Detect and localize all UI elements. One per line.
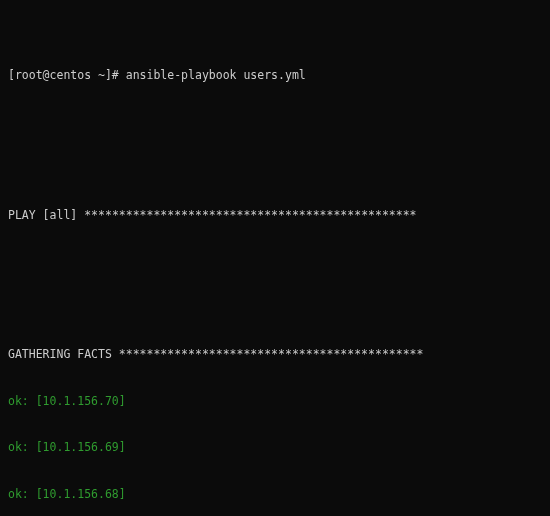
shell-prompt: [root@centos ~]#	[8, 68, 119, 82]
command-line: [root@centos ~]# ansible-playbook users.…	[8, 68, 542, 84]
gathering-header: GATHERING FACTS ************************…	[8, 347, 542, 363]
play-header: PLAY [all] *****************************…	[8, 208, 542, 224]
command-text: ansible-playbook users.yml	[126, 68, 306, 82]
gathering-line: ok: [10.1.156.70]	[8, 394, 542, 410]
gathering-line: ok: [10.1.156.68]	[8, 487, 542, 503]
gathering-line: ok: [10.1.156.69]	[8, 440, 542, 456]
terminal-output: [root@centos ~]# ansible-playbook users.…	[0, 0, 550, 516]
